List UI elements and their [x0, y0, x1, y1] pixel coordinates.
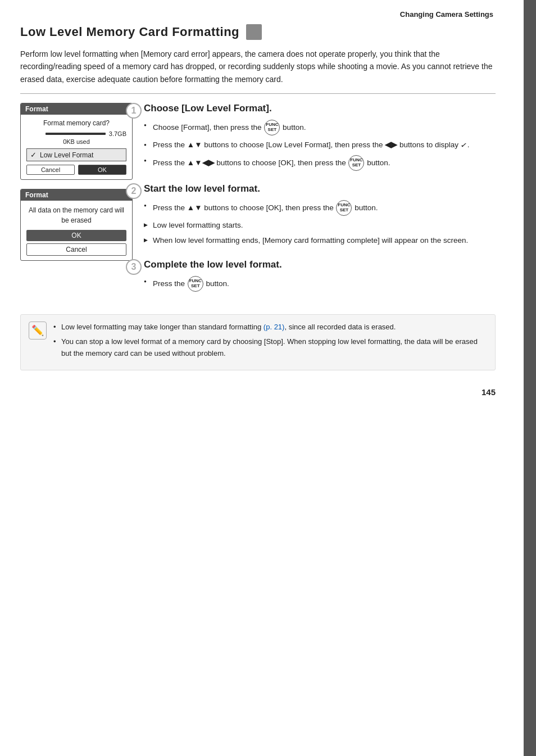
note-item2: You can stop a low level format of a mem…	[53, 336, 487, 360]
note-icon: ✏️	[29, 322, 47, 339]
step3-number: 3	[126, 259, 142, 275]
checkmark-icon: ✓	[460, 139, 468, 152]
screen2-titlebar: Format	[21, 189, 132, 201]
func-btn-3: FUNCSET	[336, 200, 352, 216]
screen2-ok-btn: OK	[26, 230, 126, 241]
chapter-heading: Changing Camera Settings	[20, 10, 496, 19]
screen1-ok-btn: OK	[78, 165, 126, 175]
func-btn-2: FUNCSET	[348, 155, 364, 171]
step3-items: Press the FUNCSET button.	[144, 276, 496, 292]
screen1-cancel-btn: Cancel	[26, 165, 75, 175]
step3-block: 3 Complete the low level format. Press t…	[144, 259, 496, 292]
func-btn-1: FUNCSET	[264, 120, 280, 135]
step1-title: Choose [Low Level Format].	[144, 103, 496, 114]
step1-item3: Press the ▲▼◀▶ buttons to choose [OK], t…	[144, 155, 496, 171]
section-title: Low Level Memory Card Formatting	[20, 25, 239, 39]
note-section: ✏️ Low level formatting may take longer …	[20, 314, 496, 370]
screen2-cancel-btn: Cancel	[26, 243, 126, 256]
step1-item1: Choose [Format], then press the FUNCSET …	[144, 120, 496, 135]
step1-item2: Press the ▲▼ buttons to choose [Low Leve…	[144, 139, 496, 151]
step2-number: 2	[126, 183, 142, 199]
screen1-size-bar	[46, 133, 106, 135]
screen2: Format All data on the memory card will …	[20, 189, 133, 261]
note-item1: Low level formatting may take longer tha…	[53, 322, 487, 333]
divider	[20, 93, 496, 94]
instructions-column: 1 Choose [Low Level Format]. Choose [For…	[144, 103, 496, 304]
screen1-llf-label: Low Level Format	[40, 151, 93, 159]
step1-number: 1	[126, 103, 142, 119]
screen1-checkmark: ✓	[30, 151, 37, 159]
step2-item3: When low level formatting ends, [Memory …	[144, 235, 496, 246]
screenshots-column: Format Format memory card? 3.7GB 0KB use…	[20, 103, 133, 261]
screen1-llf-row: ✓ Low Level Format	[26, 148, 126, 161]
step2-items: Press the ▲▼ buttons to choose [OK], the…	[144, 200, 496, 247]
step1-block: 1 Choose [Low Level Format]. Choose [For…	[144, 103, 496, 171]
screen1-titlebar: Format	[21, 103, 132, 115]
screen1-question: Format memory card?	[26, 119, 126, 127]
screen1-used: 0KB used	[26, 138, 126, 145]
section-title-bar	[246, 24, 262, 40]
step3-item1: Press the FUNCSET button.	[144, 276, 496, 292]
step2-block: 2 Start the low level format. Press the …	[144, 183, 496, 247]
func-btn-4: FUNCSET	[188, 276, 203, 292]
screen1-size: 3.7GB	[109, 130, 126, 137]
step2-item1: Press the ▲▼ buttons to choose [OK], the…	[144, 200, 496, 216]
intro-text: Perform low level formatting when [Memor…	[20, 48, 496, 85]
step2-item2: Low level formatting starts.	[144, 220, 496, 231]
note-link1[interactable]: (p. 21)	[264, 323, 285, 331]
step3-title: Complete the low level format.	[144, 259, 496, 270]
right-sidebar-bar	[524, 0, 536, 756]
page-number: 145	[20, 387, 496, 397]
screen1: Format Format memory card? 3.7GB 0KB use…	[20, 103, 133, 180]
step2-title: Start the low level format.	[144, 183, 496, 194]
note-content: Low level formatting may take longer tha…	[53, 322, 487, 363]
screen2-warning: All data on the memory card will be eras…	[26, 205, 126, 225]
step1-items: Choose [Format], then press the FUNCSET …	[144, 120, 496, 171]
